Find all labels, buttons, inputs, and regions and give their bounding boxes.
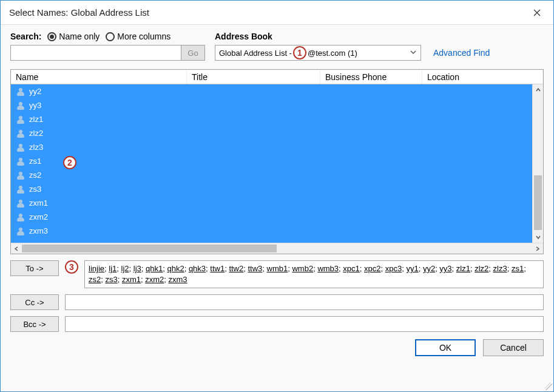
person-icon	[17, 214, 24, 221]
person-icon	[17, 116, 24, 123]
recipient[interactable]: zxm1	[122, 275, 141, 284]
person-icon	[17, 200, 24, 207]
close-icon	[533, 9, 541, 16]
list-item-name: zxm3	[29, 226, 48, 235]
recipient[interactable]: zlz2	[475, 264, 488, 273]
recipient[interactable]: zlz1	[456, 264, 470, 273]
list-item[interactable]: zxm2	[11, 210, 532, 224]
recipient[interactable]: wmb1	[267, 264, 288, 273]
radio-more-columns[interactable]: More columns	[106, 32, 171, 41]
scroll-down-icon[interactable]	[533, 232, 543, 243]
cc-button[interactable]: Cc ->	[10, 294, 59, 310]
col-name[interactable]: Name	[11, 70, 187, 84]
bcc-button[interactable]: Bcc ->	[10, 316, 59, 332]
scroll-thumb[interactable]	[534, 175, 542, 230]
cancel-button[interactable]: Cancel	[483, 339, 544, 356]
list-item[interactable]: zs3	[11, 182, 532, 196]
person-icon	[17, 228, 24, 235]
list-item[interactable]: zlz1	[11, 112, 532, 126]
person-icon	[17, 158, 24, 165]
recipient[interactable]: xpc1	[343, 264, 359, 273]
recipient[interactable]: yy3	[439, 264, 451, 273]
recipient[interactable]: zlz3	[493, 264, 507, 273]
address-book-block: Address Book Global Address List - 1 @te…	[215, 32, 544, 61]
search-radio-group: Name only More columns	[47, 32, 171, 41]
list-item-name: zxm1	[29, 198, 48, 208]
person-icon	[17, 186, 24, 193]
to-row: To -> 3 linjie; lj1; lj2; lj3; qhk1; qhk…	[10, 260, 544, 288]
list-item-name: zlz1	[29, 115, 43, 124]
radio-name-only[interactable]: Name only	[47, 32, 100, 41]
recipient[interactable]: xpc3	[385, 264, 402, 273]
search-input[interactable]	[10, 45, 181, 61]
recipient[interactable]: qhk3	[189, 264, 206, 273]
resize-grip[interactable]	[545, 383, 552, 390]
list-item[interactable]: zs1	[11, 154, 532, 168]
dialog-select-names: Select Names: Global Address List Search…	[0, 0, 554, 392]
address-book-selected-prefix: Global Address List -	[219, 49, 292, 58]
person-icon	[17, 144, 24, 151]
recipient[interactable]: ttw3	[248, 264, 262, 273]
recipient[interactable]: yy2	[423, 264, 435, 273]
list-rows[interactable]: yy2yy3zlz1zlz2zlz3zs1zs2zs3zxm1zxm2zxm3	[11, 84, 532, 243]
recipient[interactable]: ttw2	[229, 264, 243, 273]
list-item-name: yy2	[29, 87, 41, 96]
to-button[interactable]: To ->	[10, 260, 59, 276]
scroll-left-icon[interactable]	[11, 246, 22, 252]
to-field[interactable]: linjie; lj1; lj2; lj3; qhk1; qhk2; qhk3;…	[84, 260, 544, 288]
go-button[interactable]: Go	[181, 45, 205, 61]
recipient[interactable]: zxm3	[169, 275, 187, 284]
radio-icon	[106, 32, 115, 41]
dialog-content: Search: Name only More columns	[1, 25, 553, 391]
recipient[interactable]: zs1	[512, 264, 524, 273]
advanced-find-link[interactable]: Advanced Find	[433, 48, 490, 58]
recipient[interactable]: zs3	[105, 275, 117, 284]
col-title[interactable]: Title	[187, 70, 320, 84]
list-item-name: zxm2	[29, 212, 48, 221]
bcc-field[interactable]	[65, 316, 544, 332]
recipient[interactable]: zxm2	[145, 275, 164, 284]
recipient[interactable]: wmb3	[317, 264, 339, 273]
recipient[interactable]: linjie	[89, 264, 104, 273]
address-book-dropdown[interactable]: Global Address List - 1 @test.com (1)	[215, 45, 421, 61]
list-item[interactable]: yy3	[11, 98, 532, 112]
annotation-3: 3	[65, 260, 78, 274]
recipient[interactable]: wmb2	[292, 264, 313, 273]
col-location[interactable]: Location	[422, 70, 543, 84]
recipient[interactable]: lj2	[121, 264, 129, 273]
address-book-selected-suffix: @test.com (1)	[308, 49, 357, 58]
vertical-scrollbar[interactable]	[532, 84, 543, 243]
cc-field[interactable]	[65, 294, 544, 310]
scroll-right-icon[interactable]	[532, 246, 543, 252]
column-headers: Name Title Business Phone Location	[11, 70, 543, 84]
ok-button[interactable]: OK	[415, 339, 476, 356]
recipient[interactable]: zs2	[89, 275, 101, 284]
hscroll-thumb[interactable]	[22, 245, 277, 252]
list-item-name: yy3	[29, 101, 41, 110]
bcc-row: Bcc ->	[10, 316, 544, 332]
scroll-up-icon[interactable]	[533, 84, 543, 95]
list-item[interactable]: zlz2	[11, 126, 532, 140]
close-button[interactable]	[523, 4, 551, 22]
search-block: Search: Name only More columns	[10, 32, 205, 61]
recipient[interactable]: ttw1	[210, 264, 225, 273]
recipient[interactable]: qhk2	[167, 264, 184, 273]
search-label: Search:	[10, 32, 41, 41]
horizontal-scrollbar[interactable]	[11, 243, 543, 254]
recipient[interactable]: qhk1	[146, 264, 163, 273]
radio-name-only-label: Name only	[59, 32, 100, 41]
recipient[interactable]: xpc2	[364, 264, 380, 273]
list-item[interactable]: yy2	[11, 84, 532, 98]
col-phone[interactable]: Business Phone	[320, 70, 422, 84]
cc-row: Cc ->	[10, 294, 544, 310]
recipient[interactable]: lj3	[133, 264, 141, 273]
radio-icon	[47, 32, 56, 41]
recipient[interactable]: lj1	[109, 264, 117, 273]
list-item[interactable]: zlz3	[11, 140, 532, 154]
person-icon	[17, 172, 24, 179]
recipient[interactable]: yy1	[406, 264, 418, 273]
list-item[interactable]: zxm3	[11, 224, 532, 238]
chevron-down-icon	[410, 49, 417, 58]
list-item[interactable]: zxm1	[11, 196, 532, 210]
list-item[interactable]: zs2	[11, 168, 532, 182]
